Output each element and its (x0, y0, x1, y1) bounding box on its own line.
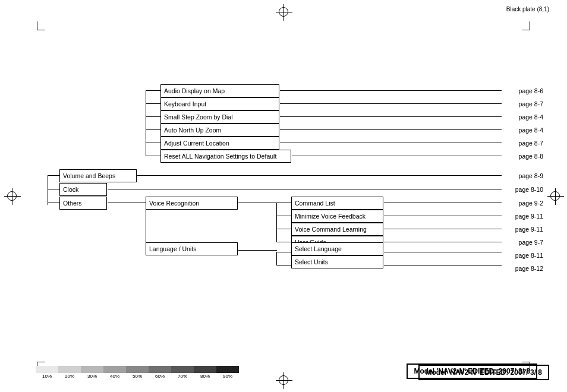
line-minimize-l (276, 216, 291, 216)
corner-br-h (522, 362, 530, 362)
pageref-audio: page 8-6 (519, 87, 543, 94)
box-audio: Audio Display on Map (160, 84, 279, 97)
line-selectlang-r (384, 252, 502, 252)
gs-50: 50% (126, 366, 149, 379)
model-label: Model 'NAV2-N' EDITED: 2007/ 3/ 8 (407, 363, 537, 379)
gs-40: 40% (103, 366, 126, 379)
box-volume: Volume and Beeps (59, 169, 137, 182)
line-clock-r (108, 189, 502, 189)
line-adjust-l (146, 143, 160, 143)
line-trunk-language (276, 252, 277, 265)
corner-bl-h (37, 362, 45, 362)
line-autonorth-l (146, 129, 160, 130)
gs-90: 90% (216, 366, 239, 379)
pageref-commandlist: page 9-2 (519, 200, 543, 207)
box-selectunits: Select Units (291, 255, 383, 268)
box-adjust: Adjust Current Location (160, 137, 279, 150)
line-voicerec-r (238, 203, 277, 203)
reg-mark-right (550, 191, 560, 201)
line-language-r (238, 250, 277, 251)
box-minimize: Minimize Voice Feedback (291, 210, 383, 223)
box-commandlist: Command List (291, 197, 383, 210)
line-volume-r (137, 175, 502, 176)
corner-tl-v (37, 21, 37, 30)
pageref-selectlang: page 8-11 (515, 252, 543, 259)
corner-tl-h (37, 30, 45, 30)
gs-30: 30% (81, 366, 103, 379)
line-cmdlist-l (276, 203, 291, 203)
box-selectlang: Select Language (291, 242, 383, 255)
gs-10: 10% (36, 366, 58, 379)
line-keyboard-l (146, 103, 160, 104)
box-voicerec: Voice Recognition (146, 197, 238, 210)
box-reset: Reset ALL Navigation Settings to Default (160, 150, 291, 163)
grayscale-row: 10% 20% 30% 40% 50% 60% 70% 80% 90% (36, 366, 239, 379)
line-autonorth-r (280, 129, 502, 130)
gs-80: 80% (194, 366, 216, 379)
line-adjust-r (280, 143, 502, 143)
pageref-clock: page 8-10 (515, 186, 543, 193)
line-trunk-top (146, 90, 146, 156)
line-cmdlist-r (384, 203, 502, 203)
corner-tr-h (522, 30, 530, 30)
line-others-l (48, 203, 59, 203)
pageref-smallstep: page 8-4 (519, 113, 543, 121)
line-audio-r (280, 90, 502, 91)
line-smallstep-l (146, 116, 160, 117)
box-keyboard: Keyboard Input (160, 97, 279, 110)
pageref-reset: page 8-8 (519, 153, 543, 160)
line-others-r (108, 203, 146, 203)
line-voicelearn-l (276, 229, 291, 229)
reg-mark-left (7, 191, 17, 201)
box-smallstep: Small Step Zoom by Dial (160, 110, 279, 124)
line-selectunits-l (276, 265, 291, 265)
pageref-keyboard: page 8-7 (519, 100, 543, 108)
pageref-volume: page 8-9 (519, 172, 543, 179)
box-clock: Clock (59, 183, 107, 196)
line-selectunits-r (384, 265, 502, 265)
line-clock-l (48, 189, 59, 189)
gs-70: 70% (171, 366, 194, 379)
reg-mark-top (279, 7, 288, 17)
line-voicelearn-r (384, 229, 502, 229)
line-vert-trunk-connect (146, 203, 146, 250)
line-trunk-voicerec (276, 203, 277, 242)
line-reset-l (146, 156, 160, 156)
header-label: Black plate (8,1) (506, 6, 549, 12)
line-keyboard-r (280, 103, 502, 104)
line-trunk-level1 (48, 175, 48, 205)
pageref-minimize: page 9-11 (515, 213, 543, 220)
pageref-selectunits: page 8-12 (515, 265, 543, 272)
gs-20: 20% (58, 366, 81, 379)
line-reset-r (292, 156, 502, 156)
box-others: Others (59, 197, 107, 210)
gs-60: 60% (149, 366, 171, 379)
line-smallstep-r (280, 116, 502, 117)
pageref-adjust: page 8-7 (519, 140, 543, 147)
box-autonorth: Auto North Up Zoom (160, 124, 279, 137)
pageref-voicelearn: page 9-11 (515, 226, 543, 233)
line-vol-l (48, 175, 59, 176)
line-userguide-r (384, 242, 502, 242)
line-userguide-l (276, 242, 291, 242)
pageref-autonorth: page 8-4 (519, 127, 543, 134)
line-minimize-r (384, 216, 502, 216)
pageref-userguide: page 9-7 (519, 239, 543, 246)
line-audio-l (146, 90, 160, 91)
corner-tr-v (530, 21, 530, 30)
line-selectlang-l (276, 252, 291, 252)
box-voicelearn: Voice Command Learning (291, 223, 383, 236)
box-language: Language / Units (146, 242, 238, 255)
